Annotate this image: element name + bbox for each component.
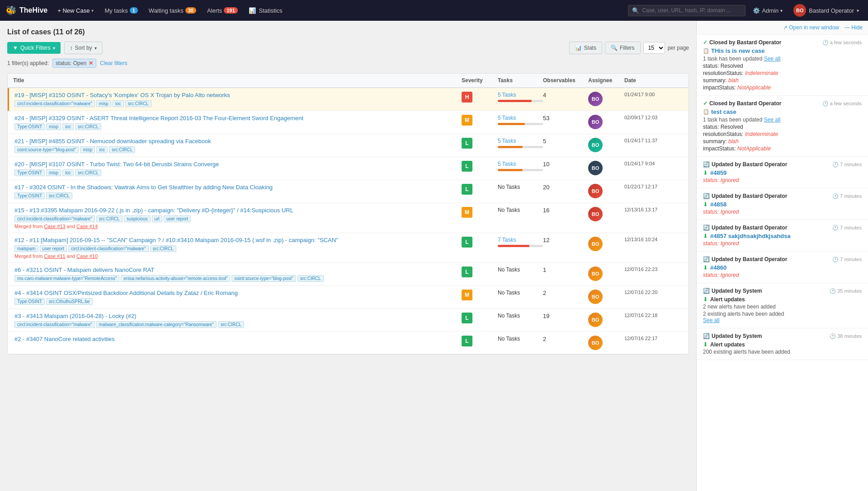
tag[interactable]: Type:OSINT [14,192,45,199]
download-icon: ⬇ [703,201,708,208]
see-all-link[interactable]: See all [703,317,720,323]
avatar: BO [793,4,806,17]
per-page-select[interactable]: 15 25 50 [643,42,665,54]
stats-btn[interactable]: 📊 Stats [569,42,602,54]
case-title-link[interactable]: #24 - [MISP] #3329 OSINT - ASERT Threat … [14,115,303,122]
tag[interactable]: src:CIRCL [150,245,176,252]
brand[interactable]: 🐝 TheHive [5,5,47,16]
tasks-link[interactable]: 5 Tasks [498,115,516,121]
tag[interactable]: osint:source-type="blog-post" [14,146,79,153]
search-input[interactable] [642,7,741,14]
search-box[interactable]: 🔍 [628,5,745,16]
case-title-link[interactable]: #15 - #13:#3395 Malspam 2016-09-22 (.js … [14,207,293,214]
tag[interactable]: src:CIRCL [125,100,151,107]
remove-filter-btn[interactable]: ✕ [89,60,93,66]
case-title-link[interactable]: #3 - #3413 Malspam (2016-04-28) - Locky … [14,313,137,319]
activity-time: 🕐 7 minutes [832,193,862,199]
tasks-link[interactable]: 5 Tasks [498,161,516,167]
case-name-link[interactable]: test case [711,108,736,115]
filters-btn[interactable]: 🔍 Filters [605,42,641,54]
activity-user: 🔄 Updated by Bastard Operator [703,224,787,231]
tag[interactable]: misp [46,169,61,176]
case-title-link[interactable]: #21 - [MISP] #4855 OSINT - Nemucod downl… [14,138,211,145]
case-tags: Type:OSINTsrc:CthulhuSPRL.be [14,298,462,305]
tag[interactable]: Type:OSINT [14,123,45,130]
tag[interactable]: misp [96,100,111,107]
new-case-btn[interactable]: + New Case ▾ [53,5,98,17]
tag[interactable]: src:CIRCL [218,321,244,328]
tag[interactable]: Type:OSINT [14,298,45,305]
sort-by-btn[interactable]: ↕ Sort by ▾ [64,42,103,54]
tag[interactable]: src:CIRCL [75,123,101,130]
tag[interactable]: ioc [62,123,74,130]
update-icon: 🔄 [703,288,710,294]
case-title-link[interactable]: #19 - [MISP] #3150 OSINT - Sofacy's 'Kom… [14,92,230,98]
merged-text: Merged from Case #11 and Case #10 [14,253,462,259]
ref-link[interactable]: #4859 [710,169,726,176]
see-all-link[interactable]: See all [764,117,781,123]
case-title-link[interactable]: #4 - #3414 OSINT OSX/Pintsized Backdoor … [14,290,238,296]
see-all-link[interactable]: See all [764,56,781,62]
tag[interactable]: user report [164,215,191,222]
tag[interactable]: user report [40,245,67,252]
download-icon: ⬇ [703,264,708,271]
tag[interactable]: circl:incident-classification="malware" [14,321,95,328]
tag[interactable]: enisa:nefarious-activity-abuse="remote-a… [121,275,230,282]
tag[interactable]: malware_classification:malware-category=… [96,321,217,328]
tag[interactable]: ioc [62,169,74,176]
tasks-link[interactable]: 5 Tasks [498,92,516,98]
clear-filters-link[interactable]: Clear filters [100,60,127,66]
tag[interactable]: src:CIRCL [46,192,72,199]
tag[interactable]: misp [46,123,61,130]
tag[interactable]: src:CthulhuSPRL.be [46,298,93,305]
download-icon: ⬇ [703,169,708,176]
severity-cell: L [462,336,498,346]
tag[interactable]: url [152,215,162,222]
my-tasks-btn[interactable]: My tasks 1 [100,5,142,17]
ref-link[interactable]: #4857 sakjdhsakjhdkjsahdsa [710,233,791,239]
severity-badge: H [462,92,472,103]
statistics-btn[interactable]: 📊 Statistics [244,5,287,17]
case-name-link[interactable]: THis is is new case [711,47,765,54]
severity-badge: L [462,138,472,149]
activity-user: 🔄 Updated by Bastard Operator [703,161,787,168]
tag[interactable]: ms-caro-malware:malware-type="RemoteAcce… [14,275,119,282]
case-title-link[interactable]: #17 - #3024 OSINT - In the Shadows: Vawt… [14,184,273,191]
tasks-link[interactable]: 5 Tasks [498,138,516,144]
ref-link[interactable]: #4860 [710,264,726,271]
tag[interactable]: src:CIRCL [96,215,123,222]
severity-badge: L [462,313,472,323]
alerts-btn[interactable]: Alerts 191 [203,5,242,17]
tasks-link: No Tasks [498,207,520,213]
tag[interactable]: src:CIRCL [109,146,135,153]
activity-detail: resolutionStatus: Indeterminate [703,131,862,137]
quick-filters-btn[interactable]: ▼ Quick Filters ▾ [7,42,61,54]
tag[interactable]: misp [80,146,95,153]
tag[interactable]: src:CIRCL [75,169,101,176]
tag[interactable]: malspam [14,245,38,252]
tag[interactable]: circl:incident-classification="malware" [14,215,95,222]
tag[interactable]: ioc [96,146,108,153]
check-icon: ✓ [703,100,708,107]
tag[interactable]: osint:source-type="blog-post" [231,275,296,282]
tag[interactable]: circl:incident-classification="malware" [14,100,95,107]
case-title-link[interactable]: #12 - #11:[Malspam] 2016-09-15 -- "SCAN"… [14,237,338,243]
case-title-link[interactable]: #2 - #3407 NanoCore related activities [14,336,115,342]
tag[interactable]: Type:OSINT [14,169,45,176]
admin-btn[interactable]: ⚙️ Admin ▾ [749,5,786,16]
case-title-cell: #12 - #11:[Malspam] 2016-09-15 -- "SCAN"… [14,237,462,259]
hide-sidebar-btn[interactable]: — Hide [844,24,863,31]
open-new-window-btn[interactable]: ↗ Open in new window [783,24,839,31]
waiting-tasks-btn[interactable]: Waiting tasks 30 [144,5,201,17]
tasks-bar [498,100,532,102]
tag[interactable]: circl:incident-classification="malware" [68,245,149,252]
ref-link[interactable]: #4858 [710,201,726,208]
tag[interactable]: ioc [113,100,124,107]
activity-body: 1 task has been updated See all [703,56,862,62]
tag[interactable]: suspicious [124,215,151,222]
case-title-link[interactable]: #20 - [MISP] #3107 OSINT - Turbo Twist: … [14,161,219,168]
tasks-link[interactable]: 7 Tasks [498,237,516,243]
tag[interactable]: src:CIRCL [297,275,324,282]
case-title-link[interactable]: #6 - #3211 OSINT - Malspam delivers Nano… [14,267,154,273]
user-btn[interactable]: BO Bastard Operator ▾ [790,2,863,19]
